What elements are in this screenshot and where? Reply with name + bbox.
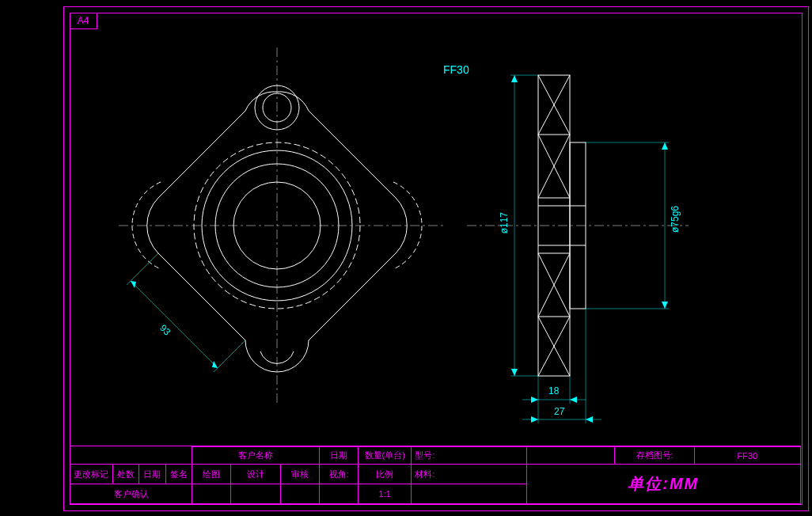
- tb-review: 审核: [280, 465, 319, 484]
- tb-change-date: 日期: [139, 465, 166, 484]
- svg-line-10: [131, 281, 218, 368]
- part-label: FF30: [443, 63, 469, 76]
- drawing-svg: [0, 0, 812, 516]
- svg-marker-43: [531, 396, 538, 403]
- tb-signature: 签名: [165, 465, 192, 484]
- svg-marker-44: [570, 396, 577, 403]
- unit-label: 单位:MM: [628, 475, 699, 492]
- tb-archive-val: FF30: [694, 447, 800, 465]
- drawing-canvas: A4: [0, 0, 812, 516]
- svg-marker-34: [511, 369, 518, 376]
- dim-18: 18: [548, 385, 559, 396]
- svg-marker-49: [586, 416, 593, 423]
- title-block: 客户名称 日期 数量(单台) 型号: 存档图号: FF30 更改标记 处数 日期…: [70, 446, 801, 503]
- tb-customer-confirm: 客户确认: [70, 484, 192, 504]
- side-view: [467, 75, 689, 423]
- dim-117: ø117: [499, 212, 510, 233]
- tb-scale: 比例: [359, 465, 412, 484]
- tb-material: 材料:: [412, 465, 526, 484]
- svg-marker-38: [662, 142, 668, 150]
- tb-qty: 数量(单台): [359, 447, 412, 465]
- tb-model: 型号:: [412, 447, 526, 465]
- tb-change-mark: 更改标记: [70, 465, 113, 484]
- tb-customer-name: 客户名称: [192, 447, 320, 465]
- svg-marker-39: [662, 302, 668, 309]
- tb-archive: 存档图号:: [615, 447, 695, 465]
- svg-marker-48: [531, 416, 538, 423]
- tb-change-qty: 处数: [112, 465, 139, 484]
- svg-line-8: [127, 253, 158, 285]
- tb-design: 设计: [231, 465, 281, 484]
- tb-drawing: 绘图: [192, 465, 231, 484]
- tb-scale-value: 1:1: [359, 484, 412, 504]
- front-view: [119, 47, 443, 404]
- svg-marker-11: [131, 281, 136, 288]
- svg-line-9: [214, 340, 245, 372]
- svg-marker-12: [212, 361, 218, 368]
- dim-27: 27: [554, 406, 564, 417]
- tb-date: 日期: [320, 447, 359, 465]
- tb-angle: 视角:: [320, 465, 359, 484]
- svg-marker-33: [511, 75, 518, 82]
- dim-75g6: ø75g6: [670, 206, 681, 233]
